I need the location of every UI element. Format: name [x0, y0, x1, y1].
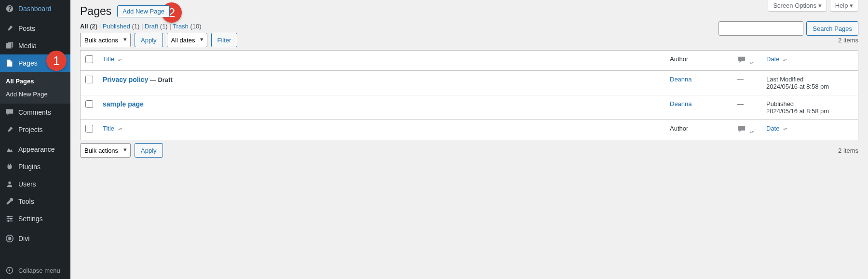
sidebar-submenu-pages: All Pages Add New Page	[0, 72, 70, 104]
sidebar-item-label: Divi	[18, 235, 29, 242]
col-date-footer[interactable]: Date ▴▾	[761, 120, 858, 140]
sort-icon: ▴▾	[750, 61, 754, 64]
media-icon	[5, 41, 14, 51]
filter-all[interactable]: All (2)	[80, 23, 99, 30]
search-pages-button[interactable]: Search Pages	[806, 21, 858, 36]
sort-icon: ▴▾	[750, 131, 754, 133]
collapse-label: Collapse menu	[18, 267, 60, 274]
comments-cell: —	[732, 95, 761, 120]
users-icon	[5, 179, 14, 189]
page-title-link[interactable]: Privacy policy	[103, 76, 148, 83]
sidebar-item-users[interactable]: Users	[0, 175, 70, 193]
collapse-icon	[5, 266, 14, 275]
row-checkbox[interactable]	[85, 100, 93, 108]
tools-icon	[5, 197, 14, 206]
add-new-page-button[interactable]: Add New Page	[117, 5, 170, 17]
sort-icon: ▴▾	[118, 128, 122, 131]
chevron-down-icon: ▾	[818, 2, 822, 9]
post-state: — Draft	[150, 76, 173, 83]
dates-filter-select[interactable]: All dates	[167, 33, 207, 47]
filter-draft[interactable]: Draft (1)	[145, 23, 169, 30]
sidebar-item-divi[interactable]: Divi	[0, 230, 70, 247]
screen-options-tab[interactable]: Screen Options ▾	[768, 0, 827, 12]
bulk-actions-select-bottom[interactable]: Bulk actions	[80, 143, 131, 158]
svg-point-4	[8, 216, 10, 218]
date-cell: Last Modified 2024/05/16 at 8:58 pm	[761, 71, 858, 95]
main-content: Screen Options ▾ Help ▾ Pages Add New Pa…	[70, 0, 868, 279]
filter-trash[interactable]: Trash (10)	[173, 23, 202, 30]
dashboard-icon	[5, 4, 14, 13]
author-link[interactable]: Deanna	[670, 76, 692, 83]
sort-icon: ▴▾	[783, 128, 787, 131]
col-author-footer: Author	[665, 120, 732, 140]
comments-cell: —	[732, 71, 761, 95]
svg-point-0	[8, 182, 11, 184]
collapse-menu[interactable]: Collapse menu	[0, 262, 70, 279]
search-box: Search Pages	[719, 21, 858, 36]
admin-sidebar: Dashboard Posts Media Pages All Pages Ad…	[0, 0, 70, 279]
apply-button-bottom[interactable]: Apply	[135, 143, 163, 158]
projects-icon	[5, 125, 14, 134]
col-comments-header[interactable]: ▴▾	[732, 51, 761, 71]
filter-published[interactable]: Published (1)	[103, 23, 141, 30]
help-tab[interactable]: Help ▾	[830, 0, 858, 12]
sidebar-item-projects[interactable]: Projects	[0, 121, 70, 138]
row-checkbox[interactable]	[85, 76, 93, 83]
table-row: Privacy policy — Draft Deanna — Last Mod…	[81, 71, 858, 95]
page-title-link[interactable]: sample page	[103, 100, 144, 108]
col-title-header[interactable]: Title ▴▾	[98, 51, 665, 71]
pages-table: Title ▴▾ Author ▴▾ Date ▴▾	[80, 50, 858, 140]
sidebar-item-comments[interactable]: Comments	[0, 104, 70, 121]
sidebar-item-label: Posts	[18, 25, 35, 32]
sidebar-item-plugins[interactable]: Plugins	[0, 158, 70, 175]
tablenav-bottom: Bulk actions Apply 2 items	[80, 143, 858, 158]
sidebar-item-label: Dashboard	[18, 5, 52, 13]
sidebar-item-label: Tools	[18, 198, 34, 205]
comment-bubble-icon	[737, 125, 746, 135]
search-input[interactable]	[719, 21, 803, 36]
comments-icon	[5, 107, 14, 117]
col-comments-footer[interactable]: ▴▾	[732, 120, 761, 140]
select-all-bottom[interactable]	[85, 125, 93, 133]
sidebar-item-settings[interactable]: Settings	[0, 210, 70, 227]
svg-point-5	[10, 218, 12, 220]
apply-button-top[interactable]: Apply	[135, 33, 163, 47]
sort-icon: ▴▾	[783, 58, 787, 61]
sidebar-item-label: Comments	[18, 108, 51, 116]
sidebar-item-label: Plugins	[18, 163, 41, 171]
filter-button[interactable]: Filter	[211, 33, 238, 47]
settings-icon	[5, 214, 14, 224]
screen-meta-links: Screen Options ▾ Help ▾	[768, 0, 858, 12]
sidebar-subitem-add-new-page[interactable]: Add New Page	[0, 88, 70, 101]
author-link[interactable]: Deanna	[670, 100, 692, 107]
sidebar-item-label: Users	[18, 180, 36, 188]
sidebar-item-label: Projects	[18, 126, 43, 133]
chevron-down-icon: ▾	[850, 2, 853, 9]
comment-bubble-icon	[737, 55, 746, 66]
sidebar-item-posts[interactable]: Posts	[0, 20, 70, 37]
col-author-header: Author	[665, 51, 732, 71]
date-cell: Published 2024/05/16 at 8:58 pm	[761, 95, 858, 120]
annotation-badge-1: 1	[46, 51, 67, 71]
table-row: sample page Deanna — Published 2024/05/1…	[81, 95, 858, 120]
sidebar-item-appearance[interactable]: Appearance	[0, 141, 70, 158]
items-count-top: 2 items	[838, 37, 858, 44]
appearance-icon	[5, 145, 14, 154]
bulk-actions-select-top[interactable]: Bulk actions	[80, 33, 131, 47]
pages-icon	[5, 58, 14, 68]
col-title-footer[interactable]: Title ▴▾	[98, 120, 665, 140]
divi-icon	[5, 234, 14, 243]
select-all-top[interactable]	[85, 55, 93, 63]
sidebar-item-label: Settings	[18, 215, 43, 223]
svg-point-6	[8, 220, 10, 222]
sidebar-item-dashboard[interactable]: Dashboard	[0, 0, 70, 17]
page-title: Pages	[80, 5, 111, 18]
col-date-header[interactable]: Date ▴▾	[761, 51, 858, 71]
sidebar-item-label: Pages	[18, 59, 38, 67]
sidebar-item-label: Media	[18, 42, 37, 50]
sidebar-subitem-all-pages[interactable]: All Pages	[0, 75, 70, 88]
sidebar-item-tools[interactable]: Tools	[0, 193, 70, 210]
pin-icon	[5, 24, 14, 33]
plugins-icon	[5, 162, 14, 172]
sort-icon: ▴▾	[118, 58, 122, 61]
